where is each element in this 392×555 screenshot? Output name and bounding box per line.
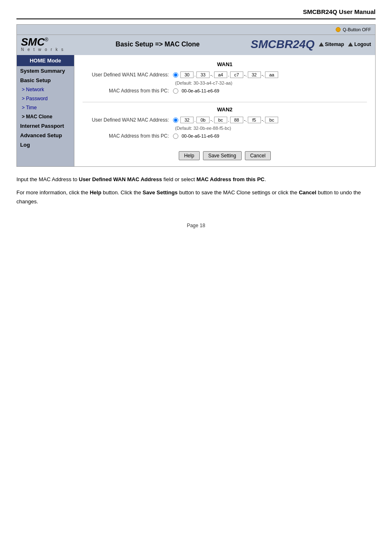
- logout-link[interactable]: Logout: [348, 41, 371, 47]
- top-bar: Q-Button OFF: [17, 25, 375, 35]
- sidebar-advanced-setup[interactable]: Advanced Setup: [17, 131, 74, 140]
- separator1: [83, 102, 367, 102]
- sidebar-internet-passport[interactable]: Internet Passport: [17, 121, 74, 131]
- router-ui: Q-Button OFF SMC® N e t w o r k s Basic …: [16, 24, 376, 167]
- wan1-section: WAN1 User Defined WAN1 MAC Address: . -.…: [83, 61, 367, 94]
- networks-text: N e t w o r k s: [21, 47, 65, 52]
- sidebar-system-summary[interactable]: System Summary: [17, 66, 74, 76]
- logout-icon: [348, 42, 353, 46]
- wan2-from-pc-row: MAC Address from this PC: 00-0e-a6-11-e6…: [83, 133, 367, 139]
- page-number: Page 18: [16, 223, 376, 228]
- wan2-mac-field-6[interactable]: [265, 117, 278, 123]
- wan1-default-text: (Default: 30-33-a4-c7-32-aa): [175, 81, 232, 85]
- sitemap-link[interactable]: Sitemap: [319, 41, 344, 47]
- page-title: Basic Setup => MAC Clone: [115, 41, 200, 48]
- button-row: Help Save Setting Cancel: [83, 151, 367, 160]
- nav-links: Sitemap Logout: [319, 41, 371, 47]
- sitemap-icon: [319, 42, 324, 46]
- wan2-title: WAN2: [83, 106, 367, 113]
- wan1-user-defined-radio[interactable]: [173, 72, 178, 78]
- wan2-mac-field-5[interactable]: [248, 117, 261, 123]
- help-button[interactable]: Help: [179, 151, 200, 160]
- header-row: SMC® N e t w o r k s Basic Setup => MAC …: [17, 35, 375, 55]
- wan1-user-defined-label: User Defined WAN1 MAC Address:: [83, 72, 173, 78]
- wan2-mac-field-3[interactable]: [214, 117, 227, 123]
- q-button-area: Q-Button OFF: [336, 27, 371, 32]
- wan1-mac-field-4[interactable]: [230, 71, 243, 78]
- wan2-user-defined-row: User Defined WAN2 MAC Address: . -. . -.: [83, 117, 367, 123]
- sidebar: HOME Mode System Summary Basic Setup > N…: [17, 55, 74, 166]
- wan1-from-pc-mac: 00-0e-a6-11-e6-69: [182, 88, 219, 93]
- sidebar-time[interactable]: > Time: [17, 103, 74, 112]
- wan2-default-row: (Default: 32-0b-ee-88-f5-bc): [83, 126, 367, 131]
- wan2-section: WAN2 User Defined WAN2 MAC Address: . -.…: [83, 106, 367, 139]
- wan1-user-defined-row: User Defined WAN1 MAC Address: . -. . -.: [83, 71, 367, 78]
- wan2-mac-field-1[interactable]: [180, 117, 194, 123]
- main-content: WAN1 User Defined WAN1 MAC Address: . -.…: [74, 55, 375, 166]
- wan2-mac-inputs: . -. . -. -.: [173, 117, 278, 123]
- wan2-user-defined-radio[interactable]: [173, 117, 178, 123]
- doc-title: SMCBR24Q User Manual: [16, 8, 376, 19]
- q-dot-icon: [336, 27, 341, 32]
- wan1-default-row: (Default: 30-33-a4-c7-32-aa): [83, 81, 367, 85]
- wan1-mac-field-6[interactable]: [265, 71, 278, 78]
- sidebar-mac-clone[interactable]: > MAC Clone: [17, 112, 74, 121]
- wan1-mac-inputs: . -. . -. -.: [173, 71, 278, 78]
- wan1-from-pc-label: MAC Address from this PC:: [83, 88, 173, 94]
- wan2-default-text: (Default: 32-0b-ee-88-f5-bc): [175, 126, 231, 131]
- wan2-mac-field-4[interactable]: [230, 117, 243, 123]
- model-nav: SMCBR24Q Sitemap Logout: [251, 38, 371, 51]
- wan2-from-pc-mac: 00-0e-a6-11-e6-69: [182, 134, 219, 138]
- wan1-mac-field-2[interactable]: [196, 71, 210, 78]
- logo-area: SMC® N e t w o r k s: [21, 37, 65, 52]
- smc-logo: SMC®: [21, 37, 65, 47]
- wan2-from-pc-label: MAC Address from this PC:: [83, 133, 173, 139]
- wan1-title: WAN1: [83, 61, 367, 67]
- description-line2: For more information, click the Help but…: [16, 188, 376, 206]
- save-button[interactable]: Save Setting: [203, 151, 242, 160]
- cancel-button[interactable]: Cancel: [245, 151, 271, 160]
- q-button-label: Q-Button OFF: [343, 27, 371, 32]
- content-area: HOME Mode System Summary Basic Setup > N…: [17, 55, 375, 166]
- sidebar-log[interactable]: Log: [17, 140, 74, 150]
- wan1-from-pc-row: MAC Address from this PC: 00-0e-a6-11-e6…: [83, 88, 367, 94]
- wan1-mac-field-1[interactable]: [180, 71, 194, 78]
- description-area: Input the MAC Address to User Defined WA…: [16, 167, 376, 214]
- wan2-user-defined-label: User Defined WAN2 MAC Address:: [83, 117, 173, 123]
- wan2-mac-field-2[interactable]: [196, 117, 210, 123]
- wan2-from-pc-radio[interactable]: [173, 134, 178, 139]
- sidebar-home-mode[interactable]: HOME Mode: [17, 55, 74, 66]
- wan1-mac-field-3[interactable]: [214, 71, 227, 78]
- sidebar-basic-setup[interactable]: Basic Setup: [17, 76, 74, 85]
- wan1-from-pc-radio[interactable]: [173, 88, 178, 94]
- sidebar-network[interactable]: > Network: [17, 85, 74, 94]
- description-line1: Input the MAC Address to User Defined WA…: [16, 175, 376, 184]
- model-name: SMCBR24Q: [251, 38, 315, 51]
- wan1-mac-field-5[interactable]: [248, 71, 261, 78]
- sidebar-password[interactable]: > Password: [17, 94, 74, 103]
